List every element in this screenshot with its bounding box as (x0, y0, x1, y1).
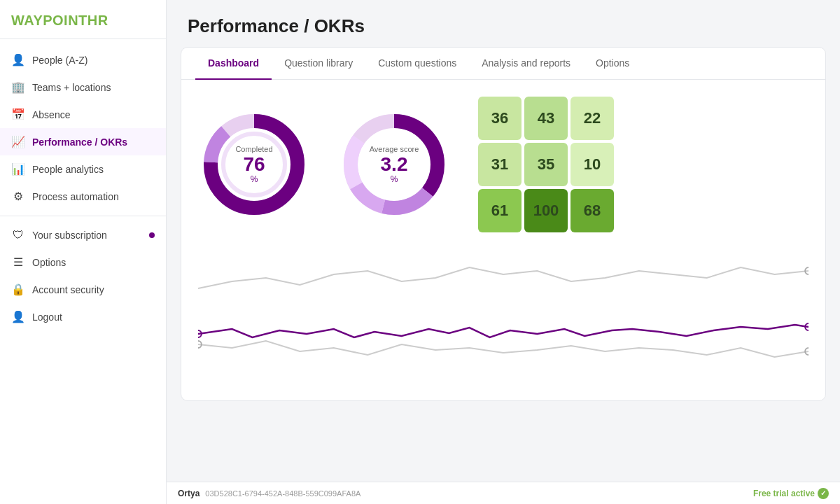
logo-part2: HR (88, 13, 108, 28)
score-cell-4: 35 (524, 143, 568, 186)
footer-trial: Free trial active ✓ (753, 488, 829, 499)
nav-label-account-security: Account security (32, 284, 104, 295)
score-cell-7: 100 (524, 189, 568, 232)
footer-org-name: Ortya (178, 489, 200, 498)
sidebar-item-logout[interactable]: 👤 Logout (0, 303, 166, 330)
nav-icon-people-az: 👤 (11, 53, 25, 66)
nav-icon-performance-okrs: 📈 (11, 135, 25, 148)
tab-dashboard[interactable]: Dashboard (195, 48, 272, 80)
score-cell-1: 43 (524, 97, 568, 140)
logo-part1: WAYPOINT (11, 13, 88, 28)
footer-trial-text: Free trial active (753, 489, 815, 498)
avg-score-donut: Average score 3.2 % (338, 108, 450, 220)
sidebar-item-options[interactable]: ☰ Options (0, 248, 166, 276)
nav-label-people-analytics: People analytics (32, 164, 104, 175)
nav-divider (0, 216, 166, 216)
nav-icon-logout: 👤 (11, 310, 25, 323)
score-cell-6: 61 (478, 189, 522, 232)
subscription-badge (149, 232, 155, 238)
nav-icon-account-security: 🔒 (11, 283, 25, 296)
nav-label-teams-locations: Teams + locations (32, 82, 111, 93)
sidebar-item-performance-okrs[interactable]: 📈 Performance / OKRs (0, 128, 166, 155)
nav-label-process-automation: Process automation (32, 191, 119, 202)
nav-icon-teams-locations: 🏢 (11, 80, 25, 94)
tab-question-library[interactable]: Question library (272, 48, 365, 80)
nav-label-options: Options (32, 257, 66, 268)
completed-donut: Completed 76 % (198, 108, 310, 220)
nav-label-performance-okrs: Performance / OKRs (32, 136, 127, 148)
completed-value: 76 (235, 155, 272, 174)
main-content: DashboardQuestion libraryCustom question… (167, 47, 840, 482)
nav-label-your-subscription: Your subscription (32, 230, 107, 241)
sidebar: WAYPOINTHR 👤 People (A-Z) 🏢 Teams + loca… (0, 0, 167, 504)
nav-label-people-az: People (A-Z) (32, 55, 88, 66)
footer-org-id: 03D528C1-6794-452A-848B-559C099AFA8A (205, 489, 360, 498)
nav-icon-people-analytics: 📊 (11, 162, 25, 176)
sidebar-item-your-subscription[interactable]: 🛡 Your subscription (0, 222, 166, 248)
nav-label-logout: Logout (32, 312, 62, 323)
score-grid: 3643223135106110068 (478, 97, 614, 232)
sidebar-item-people-az[interactable]: 👤 People (A-Z) (0, 46, 166, 74)
logo-text: WAYPOINTHR (11, 13, 108, 28)
page-title: Performance / OKRs (188, 15, 819, 37)
completed-label: Completed 76 % (235, 145, 272, 184)
nav-icon-your-subscription: 🛡 (11, 229, 25, 241)
sidebar-item-absence[interactable]: 📅 Absence (0, 101, 166, 128)
dashboard-body: Completed 76 % (181, 80, 825, 400)
tab-custom-questions[interactable]: Custom questions (365, 48, 469, 80)
score-cell-3: 31 (478, 143, 522, 186)
sidebar-item-process-automation[interactable]: ⚙ Process automation (0, 183, 166, 210)
avg-score-title: Average score (370, 145, 419, 153)
completed-unit: % (235, 174, 272, 184)
sidebar-item-teams-locations[interactable]: 🏢 Teams + locations (0, 74, 166, 101)
line-chart-svg (198, 246, 808, 386)
score-cell-8: 68 (570, 189, 614, 232)
tabs-bar: DashboardQuestion libraryCustom question… (181, 48, 825, 80)
nav-icon-options: ☰ (11, 255, 25, 269)
nav-icon-process-automation: ⚙ (11, 190, 25, 203)
main-header: Performance / OKRs (167, 0, 840, 47)
trial-check-icon: ✓ (818, 488, 829, 499)
sidebar-item-account-security[interactable]: 🔒 Account security (0, 276, 166, 303)
nav-icon-absence: 📅 (11, 108, 25, 121)
sidebar-nav: 👤 People (A-Z) 🏢 Teams + locations 📅 Abs… (0, 39, 166, 504)
line-chart-area (198, 246, 808, 386)
logo: WAYPOINTHR (0, 0, 166, 39)
nav-label-absence: Absence (32, 109, 70, 120)
sidebar-item-people-analytics[interactable]: 📊 People analytics (0, 155, 166, 183)
score-cell-2: 22 (570, 97, 614, 140)
dashboard-card: DashboardQuestion libraryCustom question… (181, 47, 826, 401)
main-content-area: Performance / OKRs DashboardQuestion lib… (167, 0, 840, 504)
avg-score-label: Average score 3.2 % (370, 145, 419, 184)
completed-title: Completed (235, 145, 272, 153)
metrics-row: Completed 76 % (198, 97, 808, 232)
score-cell-5: 10 (570, 143, 614, 186)
score-cell-0: 36 (478, 97, 522, 140)
tab-analysis-reports[interactable]: Analysis and reports (469, 48, 583, 80)
tab-options[interactable]: Options (583, 48, 642, 80)
avg-score-value: 3.2 (370, 155, 419, 174)
avg-score-unit: % (370, 174, 419, 184)
footer-bar: Ortya 03D528C1-6794-452A-848B-559C099AFA… (167, 482, 840, 504)
